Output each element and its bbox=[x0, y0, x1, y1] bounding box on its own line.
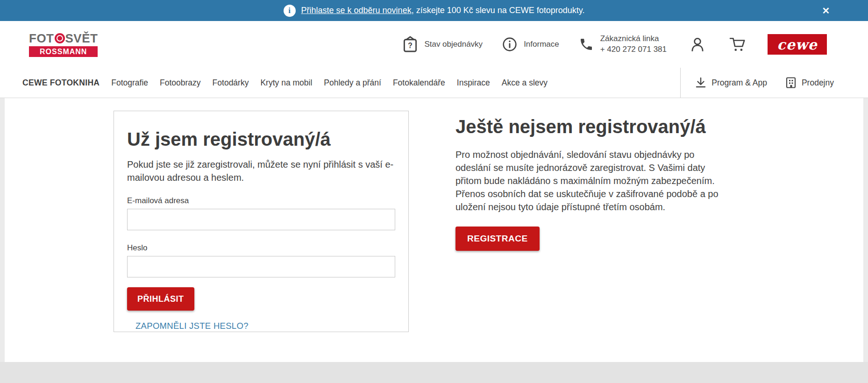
nav-item-pohledy-a-prani[interactable]: Pohledy a přání bbox=[324, 78, 381, 88]
program-app-item[interactable]: Program & App bbox=[695, 77, 767, 89]
hotline-label: Zákaznická linka bbox=[600, 34, 667, 44]
download-icon bbox=[695, 77, 707, 89]
register-button[interactable]: REGISTRACE bbox=[455, 227, 540, 251]
program-app-label: Program & App bbox=[711, 78, 767, 88]
information-label: Informace bbox=[524, 40, 559, 49]
nav-item-fotografie[interactable]: Fotografie bbox=[111, 78, 148, 88]
hotline-item[interactable]: Zákaznická linka + 420 272 071 381 bbox=[579, 34, 667, 55]
stores-label: Prodejny bbox=[802, 78, 834, 88]
login-title: Už jsem registrovaný/á bbox=[127, 128, 395, 150]
nav-item-akce-a-slevy[interactable]: Akce a slevy bbox=[502, 78, 548, 88]
nav-utility: Program & App Prodejny bbox=[680, 68, 868, 98]
register-description: Pro možnost objednávání, sledování stavu… bbox=[455, 148, 719, 213]
info-circle-icon bbox=[502, 37, 517, 52]
main-content: Už jsem registrovaný/á Pokud jste se již… bbox=[5, 98, 863, 362]
fotosvet-logo[interactable]: FOTSVĚT ROSSMANN bbox=[29, 32, 98, 57]
register-section: Ještě nejsem registrovaný/á Pro možnost … bbox=[455, 111, 719, 251]
header: FOTSVĚT ROSSMANN ? Stav objednávky bbox=[0, 21, 868, 68]
stores-item[interactable]: Prodejny bbox=[785, 77, 834, 89]
email-field[interactable] bbox=[127, 209, 395, 230]
rossmann-circle-icon bbox=[55, 33, 65, 43]
password-label: Heslo bbox=[127, 243, 395, 253]
banner-message: Přihlaste se k odběru novinek, získejte … bbox=[301, 6, 585, 15]
fotosvet-logo-wordmark: FOTSVĚT bbox=[29, 32, 98, 44]
newsletter-signup-link[interactable]: Přihlaste se k odběru novinek bbox=[301, 6, 412, 15]
information-item[interactable]: Informace bbox=[502, 37, 559, 52]
info-icon: i bbox=[284, 5, 296, 17]
nav-links: CEWE FOTOKNIHA Fotografie Fotoobrazy Fot… bbox=[22, 78, 548, 88]
cart-button[interactable] bbox=[728, 36, 747, 52]
logo-text-post: SVĚT bbox=[65, 32, 98, 44]
password-field[interactable] bbox=[127, 256, 395, 277]
hotline-text: Zákaznická linka + 420 272 071 381 bbox=[600, 34, 667, 55]
order-status-item[interactable]: ? Stav objednávky bbox=[403, 36, 483, 53]
svg-text:?: ? bbox=[408, 42, 413, 50]
nav-item-fotoobrazy[interactable]: Fotoobrazy bbox=[160, 78, 201, 88]
parcel-question-icon: ? bbox=[403, 36, 418, 53]
user-icon bbox=[689, 36, 706, 53]
order-status-label: Stav objednávky bbox=[424, 40, 483, 49]
main-navigation: CEWE FOTOKNIHA Fotografie Fotoobrazy Fot… bbox=[0, 68, 868, 98]
banner-message-rest: , získejte 100 Kč slevu na CEWE fotoprod… bbox=[412, 6, 585, 15]
login-card: Už jsem registrovaný/á Pokud jste se již… bbox=[114, 111, 409, 332]
login-description: Pokud jste se již zaregistrovali, můžete… bbox=[127, 158, 395, 184]
nav-item-fotokalendare[interactable]: Fotokalendáře bbox=[393, 78, 445, 88]
cart-icon bbox=[728, 36, 747, 52]
login-button[interactable]: PŘIHLÁSIT bbox=[127, 287, 194, 311]
nav-item-inspirace[interactable]: Inspirace bbox=[457, 78, 490, 88]
register-title: Ještě nejsem registrovaný/á bbox=[455, 115, 719, 138]
nav-item-fotodarky[interactable]: Fotodárky bbox=[213, 78, 249, 88]
cewe-logo[interactable]: cewe bbox=[768, 34, 827, 55]
email-label: E-mailová adresa bbox=[127, 196, 395, 206]
hotline-phone: + 420 272 071 381 bbox=[600, 44, 667, 55]
nav-item-cewe-fotokniha[interactable]: CEWE FOTOKNIHA bbox=[22, 78, 100, 88]
logo-text-pre: FOT bbox=[29, 32, 54, 44]
rossmann-band: ROSSMANN bbox=[29, 46, 98, 57]
close-icon[interactable]: ✕ bbox=[817, 0, 835, 21]
newsletter-banner: i Přihlaste se k odběru novinek, získejt… bbox=[0, 0, 868, 21]
footer-strip bbox=[0, 362, 868, 383]
header-utility-items: ? Stav objednávky Informace bbox=[403, 34, 827, 55]
phone-icon bbox=[579, 37, 594, 52]
forgot-password-link[interactable]: ZAPOMNĚLI JSTE HESLO? bbox=[135, 321, 249, 331]
building-icon bbox=[785, 77, 797, 89]
account-button[interactable] bbox=[689, 36, 706, 53]
nav-item-kryty-na-mobil[interactable]: Kryty na mobil bbox=[260, 78, 312, 88]
